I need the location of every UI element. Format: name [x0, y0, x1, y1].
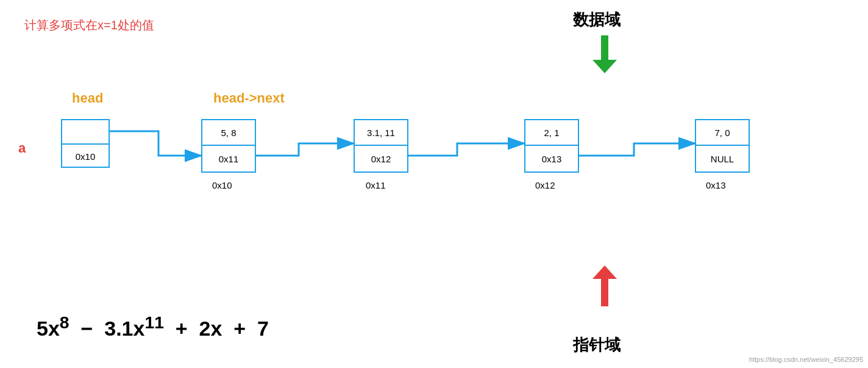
node-1-ptr: 0x11 — [202, 146, 255, 171]
head-node-top — [62, 120, 108, 145]
a-label: a — [18, 140, 26, 156]
node-2-data: 3.1, 11 — [355, 120, 407, 146]
formula: 5x8 − 3.1x11 + 2x + 7 — [37, 312, 269, 341]
node-4: 7, 0 NULL — [695, 119, 750, 173]
node-4-addr: 0x13 — [706, 180, 726, 190]
node-1-addr: 0x10 — [212, 180, 232, 190]
node-3: 2, 1 0x13 — [524, 119, 579, 173]
page-title: 计算多项式在x=1处的值 — [24, 17, 154, 34]
node-1: 5, 8 0x11 — [201, 119, 256, 173]
node-3-addr: 0x12 — [535, 180, 555, 190]
watermark: https://blog.csdn.net/weixin_45629295 — [749, 356, 863, 363]
node-3-data: 2, 1 — [525, 120, 578, 146]
node-3-ptr: 0x13 — [525, 146, 578, 171]
head-next-label: head->next — [213, 90, 285, 106]
node-4-ptr: NULL — [696, 146, 749, 171]
page-container: 计算多项式在x=1处的值 数据域 指针域 a head head->next 0… — [0, 0, 868, 368]
node-2-addr: 0x11 — [366, 180, 386, 190]
head-label: head — [72, 90, 103, 106]
data-domain-label: 数据域 — [573, 9, 621, 31]
node-1-data: 5, 8 — [202, 120, 255, 146]
head-pointer-node: 0x10 — [61, 119, 110, 168]
pointer-domain-label: 指针域 — [573, 334, 621, 356]
node-4-data: 7, 0 — [696, 120, 749, 146]
node-2: 3.1, 11 0x12 — [354, 119, 408, 173]
head-node-bottom: 0x10 — [62, 145, 108, 168]
node-2-ptr: 0x12 — [355, 146, 407, 171]
